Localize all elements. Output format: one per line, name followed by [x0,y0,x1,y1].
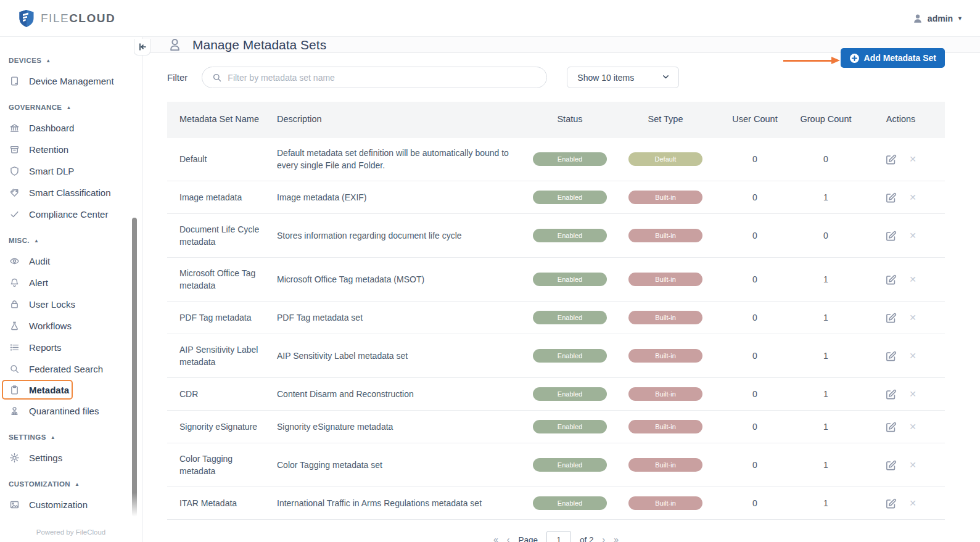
status-cell: Enabled [524,378,616,410]
filecloud-logo: FILECLOUD [19,9,115,28]
set-type-badge: Built-in [628,458,702,472]
show-items-select[interactable]: Show 10 items [567,67,679,88]
delete-icon[interactable]: ✕ [909,497,916,509]
metadata-set-name: AIP Sensitivity Label metadata [167,334,277,377]
sidebar-item-quarantined-files[interactable]: Quarantined files [0,400,142,421]
metadata-set-description: Stores information regarding document li… [277,220,524,251]
edit-icon[interactable] [885,230,897,242]
user-avatar-icon [912,13,923,24]
pagination-first-button[interactable]: « [493,535,498,542]
edit-icon[interactable] [885,192,897,203]
delete-icon[interactable]: ✕ [909,229,916,242]
user-count: 0 [715,182,795,213]
collapse-triangle-icon: ▲ [66,105,71,110]
edit-icon[interactable] [885,274,897,285]
filter-search-input[interactable] [228,73,537,83]
delete-icon[interactable]: ✕ [909,273,916,285]
set-type-cell: Built-in [616,340,715,372]
sidebar-scrollbar[interactable] [132,218,137,517]
sidebar-collapse-button[interactable] [134,39,150,55]
show-items-value: Show 10 items [577,73,634,83]
chevron-down-icon: ▼ [957,15,963,22]
sidebar-item-dashboard[interactable]: Dashboard [0,117,142,138]
sidebar-item-reports[interactable]: Reports [0,337,142,358]
group-count: 0 [795,144,857,175]
sidebar-item-compliance-center[interactable]: Compliance Center [0,203,142,224]
sidebar-item-label: Federated Search [29,364,103,374]
user-count: 0 [715,144,795,175]
sidebar-item-smart-dlp[interactable]: Smart DLP [0,160,142,181]
filter-row: Filter Show 10 items [167,67,945,88]
sidebar-item-user-locks[interactable]: User Locks [0,294,142,314]
actions-cell: ✕ [857,264,945,295]
set-type-badge: Built-in [628,191,702,204]
sidebar-item-smart-classification[interactable]: Smart Classification [0,182,142,203]
delete-icon[interactable]: ✕ [909,459,916,471]
delete-icon[interactable]: ✕ [909,388,916,400]
sidebar-item-workflows[interactable]: Workflows [0,315,142,336]
check-icon [9,208,20,220]
sidebar-item-label: Smart Classification [29,187,111,198]
user-menu[interactable]: admin ▼ [912,13,963,24]
actions-cell: ✕ [857,302,945,333]
set-type-badge: Built-in [628,349,702,363]
sidebar-section-header-devices[interactable]: DEVICES▲ [0,51,142,70]
eye-icon [9,255,20,266]
sidebar-section-header-governance[interactable]: GOVERNANCE▲ [0,97,142,117]
sidebar-item-retention[interactable]: Retention [0,139,142,160]
brand-text: FILECLOUD [41,12,115,25]
delete-icon[interactable]: ✕ [909,421,916,433]
sidebar-item-metadata[interactable]: Metadata [2,380,73,400]
column-header-status: Status [524,107,616,131]
metadata-set-name: PDF Tag metadata [167,302,277,333]
set-type-badge: Built-in [628,311,702,324]
edit-icon[interactable] [885,154,897,165]
sidebar-item-device-management[interactable]: Device Management [0,70,142,91]
sidebar-item-federated-search[interactable]: Federated Search [0,358,142,379]
edit-icon[interactable] [885,312,897,324]
sidebar-item-label: User Locks [29,299,75,310]
user-count: 0 [715,488,795,519]
list-icon [9,342,20,353]
sidebar-item-settings[interactable]: Settings [0,447,142,468]
sidebar-item-label: Retention [29,144,68,155]
sidebar-item-customization[interactable]: Customization [0,494,142,515]
table-row: PDF Tag metadataPDF Tag metadata setEnab… [167,302,945,334]
sidebar-item-label: Audit [29,256,50,266]
filter-search-box [202,67,547,88]
brand-file: FILE [41,12,69,25]
delete-icon[interactable]: ✕ [909,153,916,165]
actions-cell: ✕ [857,340,945,371]
pagination-last-button[interactable]: » [614,535,619,542]
set-type-badge: Default [628,152,702,166]
group-count: 1 [795,411,857,442]
add-metadata-set-button[interactable]: Add Metadata Set [841,48,945,68]
status-badge: Enabled [533,496,607,510]
edit-icon[interactable] [885,421,897,433]
set-type-cell: Built-in [616,411,715,443]
table-row: Document Life Cycle metadataStores infor… [167,214,945,258]
pagination-prev-button[interactable]: ‹ [507,535,510,542]
group-count: 1 [795,488,857,519]
sidebar-item-audit[interactable]: Audit [0,250,142,271]
delete-icon[interactable]: ✕ [909,311,916,324]
group-count: 1 [795,264,857,295]
sidebar-section-governance: GOVERNANCE▲DashboardRetentionSmart DLPSm… [0,97,142,224]
edit-icon[interactable] [885,498,897,509]
sidebar-item-alert[interactable]: Alert [0,272,142,293]
sidebar-section-header-misc[interactable]: MISC.▲ [0,231,142,250]
edit-icon[interactable] [885,388,897,400]
table-row: ITAR MetadataInternational Traffic in Ar… [167,487,945,520]
sidebar-section-header-settings[interactable]: SETTINGS▲ [0,427,142,446]
page-content: Filter Show 10 items [142,53,980,542]
pagination-page-input[interactable] [546,531,571,542]
delete-icon[interactable]: ✕ [909,350,916,362]
sidebar-section-header-customization[interactable]: CUSTOMIZATION▲ [0,474,142,493]
edit-icon[interactable] [885,459,897,471]
edit-icon[interactable] [885,350,897,362]
pagination-next-button[interactable]: › [603,535,606,542]
metadata-set-name: Signority eSignature [167,411,277,442]
user-name: admin [928,14,953,23]
metadata-set-name: Color Tagging metadata [167,443,277,487]
delete-icon[interactable]: ✕ [909,191,916,203]
